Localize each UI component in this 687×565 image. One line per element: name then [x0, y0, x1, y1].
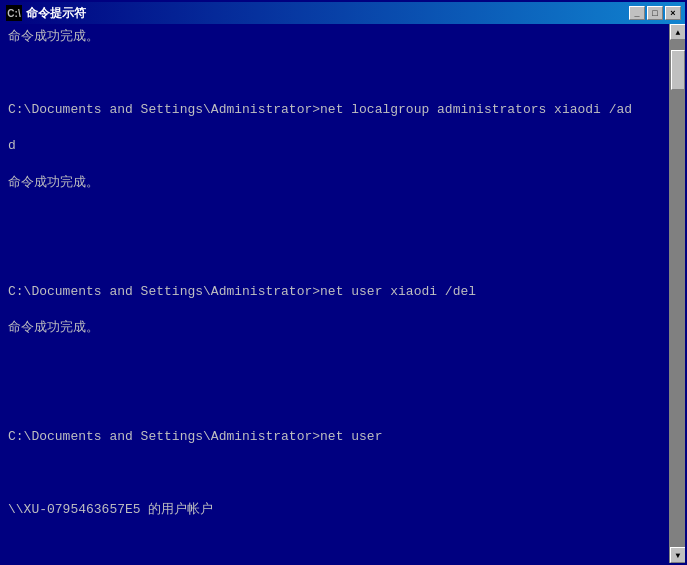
content-wrapper: 命令成功完成。 C:\Documents and Settings\Admini…	[2, 24, 685, 563]
scrollbar[interactable]: ▲ ▼	[669, 24, 685, 563]
titlebar-buttons: _ □ ×	[629, 6, 681, 20]
scrollbar-track[interactable]	[670, 40, 685, 547]
terminal-line: 命令成功完成。	[8, 28, 663, 46]
terminal-line	[8, 392, 663, 410]
terminal-line: C:\Documents and Settings\Administrator>…	[8, 283, 663, 301]
terminal-line: \\XU-0795463657E5 的用户帐户	[8, 501, 663, 519]
cmd-window: C:\ 命令提示符 _ □ × 命令成功完成。 C:\Documents and…	[0, 0, 687, 565]
close-button[interactable]: ×	[665, 6, 681, 20]
terminal-line: 命令成功完成。	[8, 319, 663, 337]
maximize-button[interactable]: □	[647, 6, 663, 20]
terminal-output[interactable]: 命令成功完成。 C:\Documents and Settings\Admini…	[2, 24, 669, 563]
terminal-line	[8, 537, 663, 555]
terminal-line: C:\Documents and Settings\Administrator>…	[8, 428, 663, 446]
titlebar-left: C:\ 命令提示符	[6, 5, 86, 22]
terminal-line	[8, 210, 663, 228]
terminal-line: d	[8, 137, 663, 155]
window-title: 命令提示符	[26, 5, 86, 22]
minimize-button[interactable]: _	[629, 6, 645, 20]
terminal-line	[8, 355, 663, 373]
terminal-line: C:\Documents and Settings\Administrator>…	[8, 101, 663, 119]
scroll-down-button[interactable]: ▼	[670, 547, 685, 563]
titlebar: C:\ 命令提示符 _ □ ×	[2, 2, 685, 24]
terminal-line	[8, 246, 663, 264]
scroll-up-button[interactable]: ▲	[670, 24, 685, 40]
cmd-icon: C:\	[6, 5, 22, 21]
terminal-line	[8, 465, 663, 483]
scrollbar-thumb[interactable]	[671, 50, 685, 90]
terminal-line: 命令成功完成。	[8, 174, 663, 192]
terminal-line	[8, 64, 663, 82]
